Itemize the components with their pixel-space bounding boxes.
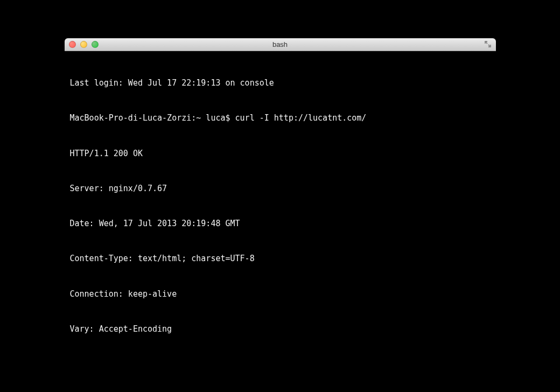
- terminal-line: Vary: Accept-Encoding: [70, 324, 491, 335]
- window-titlebar[interactable]: bash: [65, 38, 496, 51]
- minimize-button[interactable]: [80, 41, 87, 48]
- terminal-line: Server: nginx/0.7.67: [70, 183, 491, 195]
- terminal-line: Content-Type: text/html; charset=UTF-8: [70, 253, 491, 265]
- terminal-line: Connection: keep-alive: [70, 289, 491, 300]
- terminal-line: MacBook-Pro-di-Luca-Zorzi:~ luca$ curl -…: [70, 113, 491, 124]
- terminal-window: bash Last login: Wed Jul 17 22:19:13 on …: [65, 38, 496, 344]
- terminal-line: HTTP/1.1 200 OK: [70, 148, 491, 160]
- close-button[interactable]: [69, 41, 76, 48]
- traffic-lights: [69, 41, 99, 48]
- fullscreen-icon[interactable]: [484, 40, 492, 48]
- terminal-content[interactable]: Last login: Wed Jul 17 22:19:13 on conso…: [65, 51, 496, 344]
- terminal-line: Date: Wed, 17 Jul 2013 20:19:48 GMT: [70, 218, 491, 230]
- terminal-line: Last login: Wed Jul 17 22:19:13 on conso…: [70, 78, 491, 89]
- zoom-button[interactable]: [92, 41, 99, 48]
- window-title: bash: [272, 40, 288, 48]
